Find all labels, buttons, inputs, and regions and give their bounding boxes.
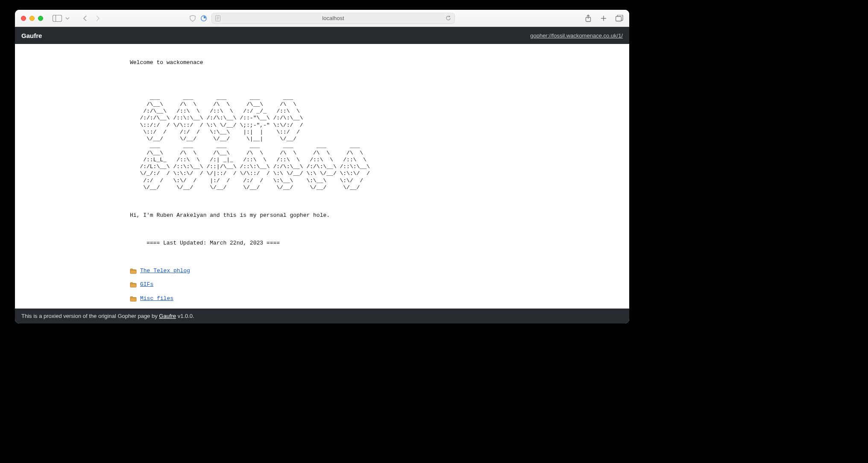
tab-overview-icon[interactable] (616, 15, 623, 22)
window-titlebar: localhost (15, 10, 629, 27)
app-brand: Gaufre (21, 32, 42, 39)
dir-link-row: Misc files (130, 295, 514, 302)
scrollbar[interactable] (623, 27, 629, 323)
sidebar-toggle-button[interactable] (53, 15, 62, 22)
minimize-window-button[interactable] (29, 16, 35, 21)
dir-link[interactable]: Misc files (140, 295, 173, 302)
folder-icon (130, 296, 137, 302)
dir-link[interactable]: The Telex phlog (140, 268, 190, 274)
gopher-content: Welcome to wackomenace ___ ___ ___ ___ _… (130, 44, 514, 309)
footer-version: v1.0.0. (176, 313, 194, 319)
titlebar-right (585, 15, 623, 22)
dir-link-row: GIFs (130, 281, 514, 288)
close-window-button[interactable] (21, 16, 26, 21)
ascii-art: ___ ___ ___ ___ ___ /\__\ /\ \ /\ \ /\__… (130, 94, 514, 192)
shield-icon[interactable] (189, 15, 196, 22)
page-body: Welcome to wackomenace ___ ___ ___ ___ _… (15, 44, 629, 309)
reload-icon[interactable] (446, 15, 451, 21)
app-footer: This is a proxied version of the origina… (15, 309, 629, 323)
content-area: Gaufre gopher://fossil.wackomenace.co.uk… (15, 27, 629, 323)
address-text: localhost (322, 15, 344, 21)
reader-mode-icon[interactable] (215, 15, 220, 21)
dir-link-row: The Telex phlog (130, 268, 514, 274)
svg-rect-0 (53, 15, 62, 21)
svg-rect-11 (616, 16, 622, 21)
forward-button[interactable] (95, 15, 100, 22)
browser-window: localhost Gaufre gopher://fossil.wackome… (15, 10, 629, 323)
welcome-line: Welcome to wackomenace (130, 59, 514, 66)
app-header: Gaufre gopher://fossil.wackomenace.co.uk… (15, 27, 629, 44)
folder-icon (130, 282, 137, 288)
last-updated-line: ==== Last Updated: March 22nd, 2023 ==== (130, 240, 514, 247)
maximize-window-button[interactable] (38, 16, 43, 21)
footer-app-link[interactable]: Gaufre (159, 313, 176, 319)
traffic-lights (21, 16, 43, 21)
footer-prefix: This is a proxied version of the origina… (21, 313, 159, 319)
intro-line: Hi, I'm Ruben Arakelyan and this is my p… (130, 212, 514, 219)
back-button[interactable] (82, 15, 88, 22)
gopher-url-link[interactable]: gopher://fossil.wackomenace.co.uk/1/ (530, 32, 623, 39)
new-tab-icon[interactable] (600, 15, 607, 22)
folder-icon (130, 268, 137, 274)
titlebar-center: localhost (189, 13, 455, 24)
dir-link[interactable]: GIFs (140, 281, 153, 288)
share-icon[interactable] (585, 15, 592, 22)
address-bar[interactable]: localhost (211, 13, 455, 24)
privacy-report-icon[interactable] (200, 15, 207, 22)
nav-arrows (82, 15, 100, 22)
chevron-down-icon[interactable] (65, 16, 70, 20)
